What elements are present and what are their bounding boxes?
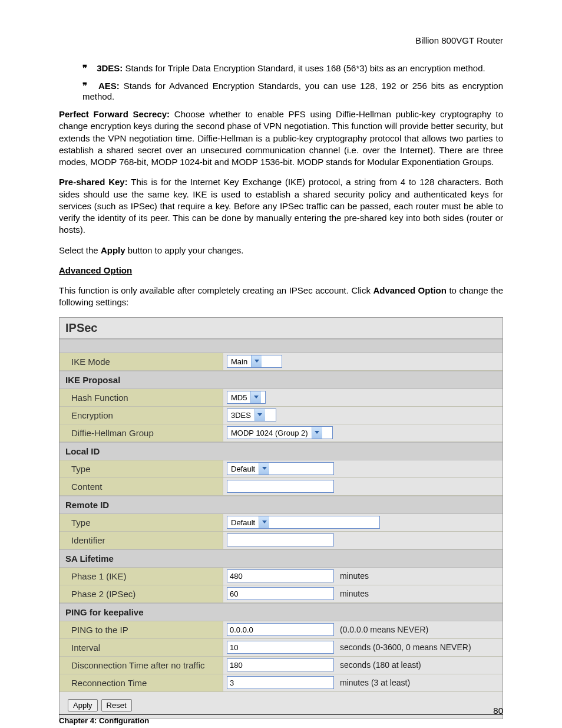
label-interval: Interval — [59, 639, 223, 656]
select-hash-value: MD5 — [227, 393, 250, 402]
pfs-label: Perfect Forward Secrecy: — [59, 109, 170, 119]
label-ping-ip: PING to the IP — [59, 621, 223, 638]
select-dh-group[interactable]: MODP 1024 (Group 2) — [227, 426, 333, 439]
panel-title: IPSec — [59, 318, 503, 339]
label-phase2: Phase 2 (IPSec) — [59, 585, 223, 602]
row-local-content: Content — [59, 478, 503, 496]
suffix-phase1: minutes — [340, 571, 369, 581]
select-encryption[interactable]: 3DES — [227, 409, 276, 421]
suffix-ping-ip: (0.0.0.0 means NEVER) — [340, 625, 428, 634]
bullet-aes: ❞ AES: Stands for Advanced Encryption St… — [82, 81, 503, 101]
bullet-aes-text: Stands for Advanced Encryption Standards… — [82, 81, 503, 101]
select-remote-type[interactable]: Default — [227, 516, 380, 529]
row-ike-mode: IKE Mode Main — [59, 353, 503, 371]
select-remote-type-value: Default — [227, 518, 259, 527]
bullet-3des: ❞ 3DES: Stands for Triple Data Encryptio… — [82, 63, 503, 74]
row-disconnection: Disconnection Time after no traffic 180 … — [59, 657, 503, 674]
svg-marker-1 — [254, 396, 259, 398]
bullet-aes-label: AES: — [98, 81, 120, 91]
label-remote-identifier: Identifier — [59, 532, 223, 549]
label-encryption: Encryption — [59, 407, 223, 424]
advanced-option-heading: Advanced Option — [59, 265, 503, 276]
input-interval[interactable]: 10 — [227, 641, 334, 654]
apply-button[interactable]: Apply — [68, 699, 98, 711]
panel-spacer — [59, 339, 503, 353]
input-remote-identifier[interactable] — [227, 533, 334, 546]
row-reconnection: Reconnection Time 3 minutes (3 at least) — [59, 674, 503, 692]
label-local-content: Content — [59, 478, 223, 495]
para-pfs: Perfect Forward Secrecy: Choose whether … — [59, 108, 503, 168]
svg-marker-4 — [262, 467, 267, 470]
row-phase2: Phase 2 (IPSec) 60 minutes — [59, 585, 503, 603]
label-dh-group: Diffie-Hellman Group — [59, 424, 223, 442]
label-phase1: Phase 1 (IKE) — [59, 568, 223, 585]
bullet-icon: ❞ — [82, 81, 94, 91]
label-disconnection: Disconnection Time after no traffic — [59, 657, 223, 674]
chevron-down-icon — [250, 391, 261, 403]
suffix-interval: seconds (0-3600, 0 means NEVER) — [340, 643, 471, 652]
adv-bold: Advanced Option — [373, 285, 447, 295]
input-phase2[interactable]: 60 — [227, 587, 334, 600]
row-phase1: Phase 1 (IKE) 480 minutes — [59, 568, 503, 585]
row-local-type: Type Default — [59, 460, 503, 478]
bullet-3des-label: 3DES: — [97, 63, 123, 73]
svg-marker-0 — [254, 360, 259, 363]
row-ping-ip: PING to the IP 0.0.0.0 (0.0.0.0 means NE… — [59, 621, 503, 639]
row-encryption: Encryption 3DES — [59, 407, 503, 424]
row-remote-type: Type Default — [59, 514, 503, 532]
adv-pre: This function is only available after co… — [59, 285, 373, 295]
advanced-option-heading-text: Advanced Option — [59, 265, 132, 275]
row-hash: Hash Function MD5 — [59, 389, 503, 407]
chevron-down-icon — [254, 409, 265, 421]
select-encryption-value: 3DES — [227, 411, 254, 420]
section-ike-proposal: IKE Proposal — [59, 371, 503, 389]
page-footer: Chapter 4: Configuration — [59, 714, 503, 725]
psk-label: Pre-shared Key: — [59, 177, 128, 187]
label-remote-type: Type — [59, 514, 223, 531]
select-ike-mode[interactable]: Main — [227, 355, 282, 368]
input-disconnection[interactable]: 180 — [227, 658, 334, 671]
para-apply: Select the Apply button to apply your ch… — [59, 245, 503, 256]
section-local-id: Local ID — [59, 442, 503, 460]
input-phase1[interactable]: 480 — [227, 569, 334, 582]
input-local-content[interactable] — [227, 480, 334, 493]
select-dh-group-value: MODP 1024 (Group 2) — [227, 429, 312, 437]
chevron-down-icon — [259, 516, 269, 528]
para-psk: Pre-shared Key: This is for the Internet… — [59, 176, 503, 236]
input-reconnection[interactable]: 3 — [227, 676, 334, 689]
suffix-disconnection: seconds (180 at least) — [340, 660, 421, 670]
section-remote-id: Remote ID — [59, 496, 503, 514]
chevron-down-icon — [312, 427, 322, 439]
advanced-option-desc: This function is only available after co… — [59, 285, 503, 309]
apply-post: button to apply your changes. — [125, 245, 244, 255]
select-hash[interactable]: MD5 — [227, 391, 266, 404]
chevron-down-icon — [251, 355, 262, 367]
select-ike-mode-value: Main — [227, 357, 251, 366]
apply-btn-word: Apply — [101, 245, 125, 255]
row-remote-identifier: Identifier — [59, 532, 503, 549]
bullet-3des-text: Stands for Triple Data Encryption Standa… — [123, 63, 485, 73]
svg-marker-2 — [257, 413, 262, 416]
section-ping-keepalive: PING for keepalive — [59, 603, 503, 621]
label-hash: Hash Function — [59, 389, 223, 406]
reset-button[interactable]: Reset — [101, 699, 132, 711]
select-local-type[interactable]: Default — [227, 462, 334, 475]
input-ping-ip[interactable]: 0.0.0.0 — [227, 623, 334, 636]
svg-marker-5 — [262, 521, 267, 523]
label-reconnection: Reconnection Time — [59, 674, 223, 691]
label-local-type: Type — [59, 460, 223, 477]
footer-chapter: Chapter 4: Configuration — [59, 716, 149, 725]
suffix-phase2: minutes — [340, 589, 369, 598]
chevron-down-icon — [259, 463, 269, 475]
label-ike-mode: IKE Mode — [59, 353, 223, 370]
row-interval: Interval 10 seconds (0-3600, 0 means NEV… — [59, 639, 503, 657]
suffix-reconnection: minutes (3 at least) — [340, 678, 410, 687]
svg-marker-3 — [315, 431, 319, 434]
ipsec-panel: IPSec IKE Mode Main IKE Proposal Hash Fu… — [59, 317, 503, 719]
apply-pre: Select the — [59, 245, 101, 255]
bullet-icon: ❞ — [82, 63, 94, 74]
row-dh-group: Diffie-Hellman Group MODP 1024 (Group 2) — [59, 424, 503, 442]
section-sa-lifetime: SA Lifetime — [59, 549, 503, 568]
select-local-type-value: Default — [227, 465, 259, 473]
page-header-product: Billion 800VGT Router — [59, 35, 503, 45]
